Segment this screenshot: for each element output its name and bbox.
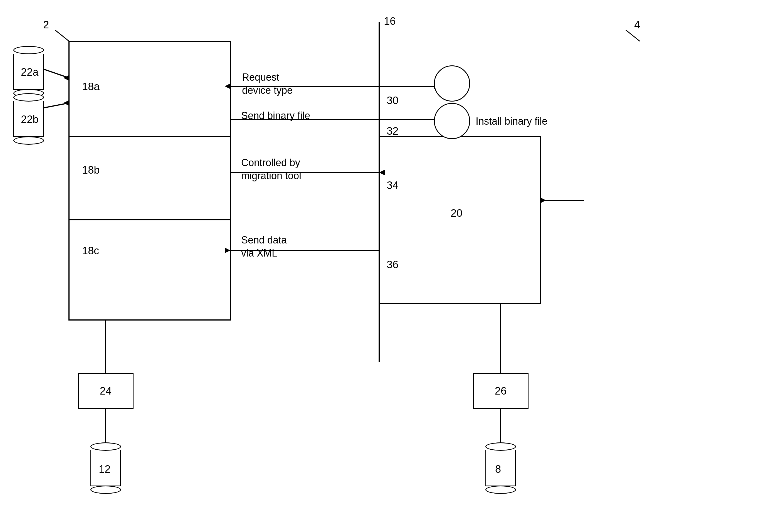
svg-line-14: [43, 69, 69, 78]
send-binary-label: Send binary file: [241, 110, 310, 122]
request-device-type-label: Request device type: [242, 71, 293, 97]
ref-18c-label: 18c: [82, 245, 99, 257]
svg-marker-13: [225, 248, 230, 253]
ref-8-label: 8: [495, 463, 501, 475]
ref-18b-label: 18b: [82, 164, 100, 176]
svg-line-32: [55, 30, 69, 41]
circle-30: [434, 65, 470, 102]
svg-marker-15: [63, 75, 69, 81]
ref-16-label: 16: [384, 15, 396, 27]
ref-36-label: 36: [387, 259, 398, 271]
ref-22a-label: 22a: [21, 66, 38, 78]
circle-32: [434, 103, 470, 139]
svg-line-17: [43, 103, 69, 108]
ref-30-label: 30: [387, 94, 398, 107]
ref-20-label: 20: [451, 207, 462, 219]
svg-marker-31: [540, 197, 546, 203]
ref-2-label: 2: [43, 19, 49, 31]
ref-22b-label: 22b: [21, 114, 38, 125]
ref-4-label: 4: [634, 19, 640, 31]
svg-marker-18: [63, 100, 69, 106]
ref-18a-label: 18a: [82, 81, 100, 93]
svg-marker-6: [225, 84, 230, 89]
ref-26-inner: 26: [495, 385, 506, 397]
ref-12-label: 12: [99, 463, 110, 475]
controlled-migration-label: Controlled by migration tool: [241, 157, 301, 183]
svg-rect-4: [379, 136, 540, 303]
ref-24-inner: 24: [100, 385, 112, 397]
box-24: 24: [78, 373, 133, 409]
svg-marker-11: [379, 170, 385, 175]
box-26: 26: [473, 373, 529, 409]
ref-32-label: 32: [387, 125, 398, 137]
ref-34-label: 34: [387, 179, 398, 192]
diagram: 2 4 16 22a 22b 18a 18b 18c Request devic…: [0, 0, 758, 532]
install-binary-label: Install binary file: [476, 116, 547, 127]
svg-line-33: [626, 30, 640, 41]
send-data-xml-label: Send data via XML: [241, 234, 287, 260]
